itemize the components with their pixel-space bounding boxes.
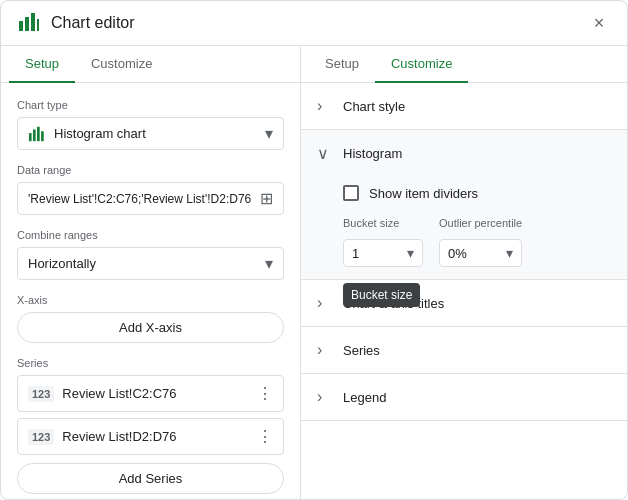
series-1-icon: 123: [28, 386, 54, 402]
histogram-chevron-icon: ∨: [317, 144, 333, 163]
svg-rect-0: [19, 21, 23, 31]
show-item-dividers-label: Show item dividers: [369, 186, 478, 201]
combine-ranges-select[interactable]: Horizontally ▾: [17, 247, 284, 280]
series-section-chevron-icon: ›: [317, 341, 333, 359]
histogram-chart-icon: [28, 125, 46, 143]
bucket-size-tooltip: Bucket size: [343, 283, 420, 307]
chart-style-title: Chart style: [343, 99, 405, 114]
combine-ranges-value: Horizontally: [28, 256, 257, 271]
right-panel: Setup Customize › Chart style ∨ Histogra…: [301, 46, 627, 499]
add-series-button[interactable]: Add Series: [17, 463, 284, 494]
svg-rect-7: [41, 131, 44, 141]
series-item-2: 123 Review List!D2:D76 ⋮: [17, 418, 284, 455]
series-1-label: Review List!C2:C76: [62, 386, 249, 401]
combine-ranges-field: Combine ranges Horizontally ▾: [17, 229, 284, 280]
series-2-more-icon[interactable]: ⋮: [257, 427, 273, 446]
bucket-size-select[interactable]: 1 ▾: [343, 239, 423, 267]
histogram-body: Show item dividers Bucket size 1 ▾ Out: [301, 177, 627, 279]
svg-rect-1: [25, 17, 29, 31]
series-list: 123 Review List!C2:C76 ⋮ 123 Review List…: [17, 375, 284, 455]
histogram-title: Histogram: [343, 146, 402, 161]
histogram-section: ∨ Histogram Show item dividers Bucket si…: [301, 130, 627, 280]
series-item-1: 123 Review List!C2:C76 ⋮: [17, 375, 284, 412]
combine-ranges-chevron: ▾: [265, 254, 273, 273]
dialog-header: Chart editor ×: [1, 1, 627, 46]
chart-editor-icon: [17, 11, 41, 35]
tab-customize-right[interactable]: Customize: [375, 46, 468, 83]
x-axis-field: X-axis Add X-axis: [17, 294, 284, 343]
legend-title: Legend: [343, 390, 386, 405]
legend-chevron-icon: ›: [317, 388, 333, 406]
outlier-percentile-field: Outlier percentile 0% ▾: [439, 217, 522, 267]
svg-rect-5: [33, 129, 36, 141]
data-range-input[interactable]: 'Review List'!C2:C76;'Review List'!D2:D7…: [17, 182, 284, 215]
tab-setup-right[interactable]: Setup: [309, 46, 375, 83]
chart-type-field: Chart type Histogram chart ▾: [17, 99, 284, 150]
show-item-dividers-checkbox[interactable]: [343, 185, 359, 201]
series-field: Series 123 Review List!C2:C76 ⋮ 123 Revi…: [17, 357, 284, 494]
grid-select-icon[interactable]: ⊞: [260, 189, 273, 208]
dialog-title: Chart editor: [51, 14, 577, 32]
histogram-header[interactable]: ∨ Histogram: [301, 130, 627, 177]
legend-header[interactable]: › Legend: [301, 374, 627, 420]
right-tabs: Setup Customize: [301, 46, 627, 83]
outlier-percentile-chevron-icon: ▾: [506, 245, 513, 261]
series-section-title: Series: [343, 343, 380, 358]
legend-section: › Legend: [301, 374, 627, 421]
series-label: Series: [17, 357, 284, 369]
chart-editor-dialog: Chart editor × Setup Customize Chart typ…: [0, 0, 628, 500]
left-tabs: Setup Customize: [1, 46, 300, 83]
chart-style-chevron-icon: ›: [317, 97, 333, 115]
series-section: › Series: [301, 327, 627, 374]
svg-rect-3: [37, 19, 39, 31]
close-button[interactable]: ×: [587, 11, 611, 35]
chart-type-value: Histogram chart: [54, 126, 257, 141]
outlier-percentile-label: Outlier percentile: [439, 217, 522, 229]
bucket-size-chevron-icon: ▾: [407, 245, 414, 261]
add-x-axis-button[interactable]: Add X-axis: [17, 312, 284, 343]
tab-customize-left[interactable]: Customize: [75, 46, 168, 83]
chart-style-header[interactable]: › Chart style: [301, 83, 627, 129]
bucket-size-field: Bucket size 1 ▾: [343, 217, 423, 267]
series-2-icon: 123: [28, 429, 54, 445]
tab-setup-left[interactable]: Setup: [9, 46, 75, 83]
outlier-percentile-value: 0%: [448, 246, 500, 261]
chart-type-select[interactable]: Histogram chart ▾: [17, 117, 284, 150]
series-2-label: Review List!D2:D76: [62, 429, 249, 444]
left-content: Chart type Histogram chart ▾ D: [1, 83, 300, 499]
combine-ranges-label: Combine ranges: [17, 229, 284, 241]
show-item-dividers-row: Show item dividers: [301, 177, 627, 213]
bucket-size-value: 1: [352, 246, 401, 261]
outlier-percentile-select[interactable]: 0% ▾: [439, 239, 522, 267]
chart-type-label: Chart type: [17, 99, 284, 111]
series-1-more-icon[interactable]: ⋮: [257, 384, 273, 403]
data-range-value: 'Review List'!C2:C76;'Review List'!D2:D7…: [28, 192, 252, 206]
svg-rect-4: [29, 133, 32, 141]
bucket-row: Bucket size 1 ▾ Outlier percentile 0% ▾: [301, 213, 627, 279]
svg-rect-2: [31, 13, 35, 31]
dialog-body: Setup Customize Chart type: [1, 46, 627, 499]
svg-rect-6: [37, 126, 40, 140]
data-range-field: Data range 'Review List'!C2:C76;'Review …: [17, 164, 284, 215]
chart-axis-titles-chevron-icon: ›: [317, 294, 333, 312]
bucket-size-label: Bucket size: [343, 217, 423, 229]
chart-style-section: › Chart style: [301, 83, 627, 130]
chart-type-chevron: ▾: [265, 124, 273, 143]
data-range-label: Data range: [17, 164, 284, 176]
series-section-header[interactable]: › Series: [301, 327, 627, 373]
x-axis-label: X-axis: [17, 294, 284, 306]
left-panel: Setup Customize Chart type: [1, 46, 301, 499]
